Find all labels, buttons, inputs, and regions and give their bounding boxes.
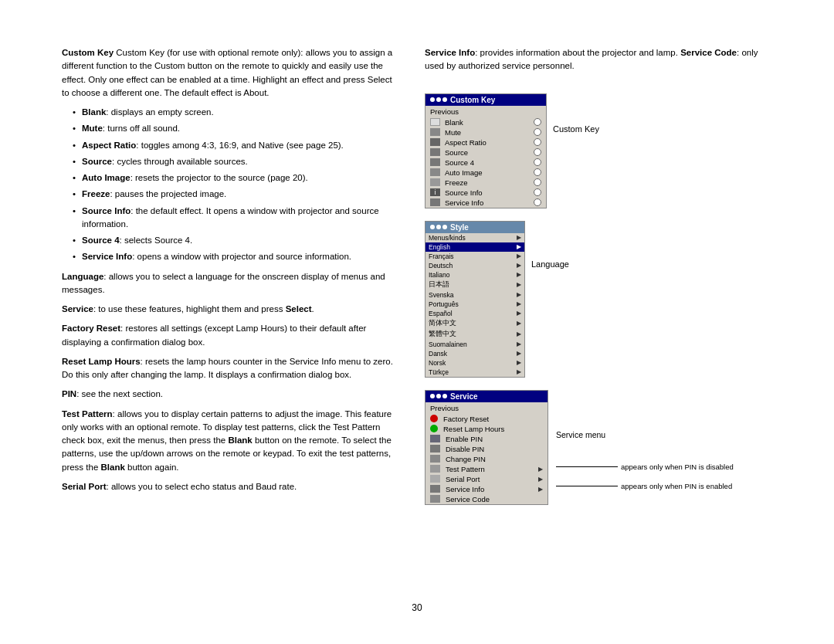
lang-item-japanese[interactable]: 日本語 ▶: [425, 280, 524, 290]
menu-item-autoimage[interactable]: Auto Image: [425, 168, 546, 178]
service-menu-label: Service menu: [556, 430, 605, 439]
lang-japanese: 日本語: [429, 280, 449, 290]
lang-item-turkce[interactable]: Türkçe ▶: [425, 368, 524, 377]
enable-pin-annotation: appears only when PIN is disabled: [621, 463, 734, 471]
service-info-label: Service Info: [446, 485, 535, 493]
menu-item-serviceinfo[interactable]: Service Info: [425, 198, 546, 208]
source-icon: [430, 148, 440, 156]
lang-item-suomalainen[interactable]: Suomalainen ▶: [425, 340, 524, 349]
sourceinfo-icon: i: [430, 188, 440, 196]
service-code-item[interactable]: Service Code: [425, 494, 548, 504]
bullet-source: Source: cycles through available sources…: [74, 155, 402, 168]
source-label: Source: [445, 148, 531, 157]
lang-item-menuskind[interactable]: Menus/kinds ▶: [425, 233, 524, 242]
lang-item-norsk[interactable]: Norsk ▶: [425, 358, 524, 368]
service-info-item[interactable]: Service Info ▶: [425, 484, 548, 494]
lang-item-english[interactable]: English ▶: [425, 242, 524, 252]
language-label: Language: [531, 221, 569, 269]
menu-item-freeze[interactable]: Freeze: [425, 178, 546, 188]
service-previous[interactable]: Previous: [425, 402, 548, 414]
service-disable-pin[interactable]: Disable PIN: [425, 444, 548, 454]
service-title-bar: Service: [425, 391, 548, 402]
lang-arrow6: ▶: [517, 281, 521, 288]
lang-portugues: Português: [429, 300, 459, 308]
custom-key-title: Custom Key: [450, 96, 495, 104]
serviceinfo-label: Service Info: [445, 198, 531, 207]
page-number-area: 30: [62, 595, 772, 613]
menu-item-source4[interactable]: Source 4: [425, 158, 546, 168]
serial-port-icon: [430, 475, 440, 483]
lang-item-italiano[interactable]: Italiano ▶: [425, 270, 524, 280]
menu-previous[interactable]: Previous: [425, 106, 546, 117]
lang-item-francais[interactable]: Français ▶: [425, 252, 524, 261]
lang-item-svenska[interactable]: Svenska ▶: [425, 290, 524, 300]
lang-item-chinese-simplified[interactable]: 简体中文 ▶: [425, 318, 524, 329]
menu-dots: [430, 97, 447, 102]
menu-item-aspect[interactable]: Aspect Ratio: [425, 137, 546, 147]
dot3: [442, 97, 447, 102]
disable-pin-label: Disable PIN: [446, 445, 543, 453]
service-enable-pin[interactable]: Enable PIN: [425, 434, 548, 444]
lang-menuskind: Menus/kinds: [429, 234, 466, 242]
svc-dot3: [442, 394, 447, 398]
change-pin-icon: [430, 455, 440, 463]
bullet-freeze: Freeze: pauses the projected image.: [74, 188, 402, 201]
service-annotations: Service menu appears only when PIN is di…: [556, 390, 734, 490]
bullet-serviceinfo: Service Info: opens a window with projec…: [74, 250, 402, 263]
mute-radio[interactable]: [534, 128, 541, 136]
lang-item-espanol[interactable]: Español ▶: [425, 309, 524, 318]
language-title-bar: Style: [425, 222, 524, 233]
lang-arrow12: ▶: [517, 341, 521, 347]
menu-item-sourceinfo[interactable]: i Source Info: [425, 188, 546, 198]
lang-item-dansk[interactable]: Dansk ▶: [425, 349, 524, 358]
service-serial-port[interactable]: Serial Port ▶: [425, 474, 548, 484]
factory-reset-paragraph: Factory Reset: restores all settings (ex…: [62, 322, 402, 349]
lang-english: English: [429, 243, 450, 251]
source4-radio[interactable]: [534, 158, 541, 166]
previous-label: Previous: [430, 107, 459, 116]
serviceinfo-icon: [430, 198, 440, 206]
bullet-autoimage: Auto Image: resets the projector to the …: [74, 171, 402, 185]
lang-arrow1: ▶: [517, 234, 521, 241]
aspect-radio[interactable]: [534, 138, 541, 146]
service-test-pattern[interactable]: Test Pattern ▶: [425, 464, 548, 474]
content-area: Custom Key Custom Key (for use with opti…: [62, 46, 772, 595]
service-reset-lamp[interactable]: Reset Lamp Hours: [425, 424, 548, 434]
source-radio[interactable]: [534, 148, 541, 156]
service-info-text: Service Info: provides information about…: [425, 46, 772, 73]
factory-reset-label: Factory Reset: [443, 415, 543, 423]
autoimage-radio[interactable]: [534, 168, 541, 176]
service-paragraph: Service: to use these features, highligh…: [62, 303, 402, 316]
lang-arrow2: ▶: [517, 243, 521, 250]
menu-item-blank[interactable]: Blank: [425, 117, 546, 127]
enable-pin-rule: [556, 466, 618, 467]
enable-pin-icon: [430, 435, 440, 442]
lang-dot3: [442, 225, 447, 229]
freeze-radio[interactable]: [534, 178, 541, 186]
language-paragraph: Language: allows you to select a languag…: [62, 270, 402, 297]
sourceinfo-radio[interactable]: [534, 188, 541, 196]
serviceinfo-radio[interactable]: [534, 198, 541, 206]
autoimage-icon: [430, 168, 440, 176]
disable-pin-annotation-row: appears only when PIN is enabled: [556, 482, 734, 490]
bullet-mute: Mute: turns off all sound.: [74, 122, 402, 135]
service-change-pin[interactable]: Change PIN: [425, 454, 548, 464]
mute-icon: [430, 128, 440, 136]
intro-paragraph: Custom Key Custom Key (for use with opti…: [62, 46, 402, 100]
menu-item-source[interactable]: Source: [425, 147, 546, 158]
service-code-label: Service Code: [446, 495, 543, 503]
lang-item-deutsch[interactable]: Deutsch ▶: [425, 261, 524, 270]
lang-dot1: [430, 225, 435, 229]
blank-radio[interactable]: [534, 118, 541, 126]
mute-label: Mute: [445, 128, 531, 137]
menu-item-mute[interactable]: Mute: [425, 127, 546, 137]
service-factory-reset[interactable]: Factory Reset: [425, 414, 548, 424]
lang-arrow4: ▶: [517, 262, 521, 269]
service-prev-label: Previous: [430, 404, 459, 412]
disable-pin-icon: [430, 445, 440, 452]
custom-key-label: Custom Key: [553, 93, 599, 134]
lang-item-chinese-traditional[interactable]: 繁體中文 ▶: [425, 329, 524, 340]
pin-paragraph: PIN: see the next section.: [62, 388, 402, 401]
lang-item-portugues[interactable]: Português ▶: [425, 300, 524, 309]
custom-key-term: Custom Key: [62, 48, 114, 57]
